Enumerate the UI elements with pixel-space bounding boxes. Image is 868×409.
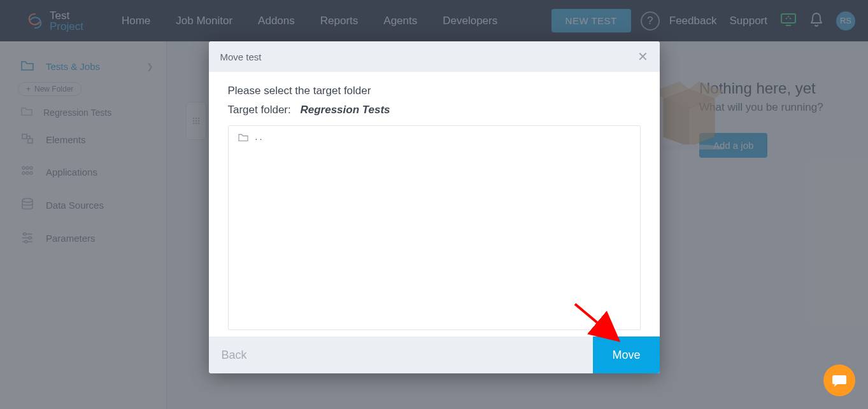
modal-footer: Back Move [209, 336, 660, 373]
modal-body: Please select the target folder Target f… [209, 72, 660, 336]
folder-tree: . . [228, 125, 641, 330]
modal-title: Move test [220, 52, 262, 62]
back-button[interactable]: Back [209, 336, 260, 373]
move-test-modal: Move test ✕ Please select the target fol… [209, 41, 660, 373]
folder-icon [238, 133, 249, 142]
modal-header: Move test ✕ [209, 41, 660, 72]
modal-overlay: Move test ✕ Please select the target fol… [0, 0, 868, 409]
modal-target-line: Target folder: Regression Tests [228, 104, 641, 116]
close-icon[interactable]: ✕ [637, 49, 648, 64]
chat-bubble[interactable] [823, 364, 855, 396]
parent-folder-row[interactable]: . . [238, 132, 631, 142]
move-button[interactable]: Move [593, 336, 659, 373]
target-folder-label: Target folder: [228, 104, 291, 116]
target-folder-value: Regression Tests [300, 104, 390, 116]
modal-instruction: Please select the target folder [228, 85, 641, 97]
chat-icon [831, 373, 848, 388]
parent-folder-label: . . [255, 132, 262, 142]
